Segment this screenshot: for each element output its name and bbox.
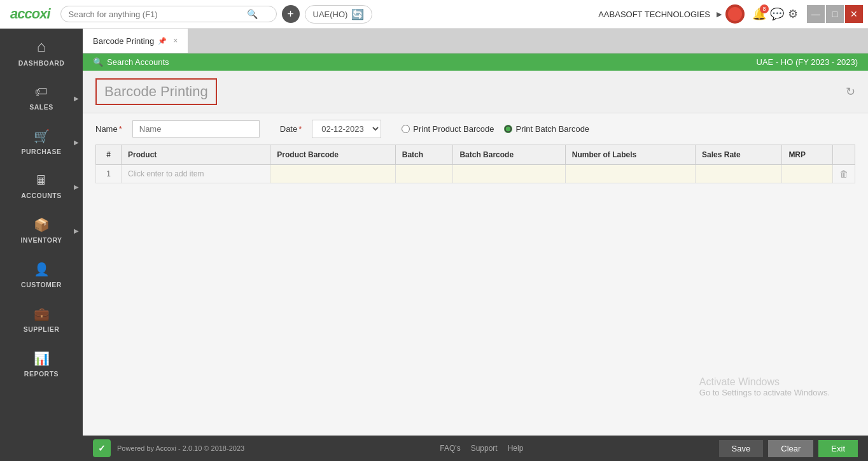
sales-icon: 🏷 [35,85,48,99]
sidebar-item-dashboard[interactable]: ⌂ DASHBOARD [0,29,83,76]
sidebar-item-supplier[interactable]: 💼 SUPPLIER [0,297,83,342]
radio-product-barcode-label[interactable]: Print Product Barcode [402,124,494,134]
watermark-line1: Activate Windows [699,376,830,388]
sidebar-label-purchase: PURCHASE [22,148,62,155]
dashboard-icon: ⌂ [37,38,46,55]
date-select[interactable]: 02-12-2023 [312,120,381,138]
tab-pin-icon: 📌 [158,37,167,45]
col-num-labels: Number of Labels [565,145,695,165]
date-label: Date* [280,124,302,134]
delete-row-button[interactable]: 🗑 [839,169,848,179]
add-button[interactable]: + [282,5,300,23]
col-product: Product [122,145,270,165]
minimize-button[interactable]: — [807,5,825,23]
watermark: Activate Windows Go to Settings to activ… [699,376,830,397]
purchase-icon: 🛒 [34,129,50,144]
avatar[interactable] [725,4,745,24]
row-product[interactable]: Click enter to add item [122,165,270,183]
watermark-line2: Go to Settings to activate Windows. [699,388,830,397]
col-batch: Batch [395,145,453,165]
avatar-inner [728,7,742,21]
footer-support-link[interactable]: Support [471,444,498,453]
tab-close-button[interactable]: × [173,36,178,45]
row-batch[interactable] [395,165,453,183]
footer-faq-link[interactable]: FAQ's [440,444,460,453]
row-delete[interactable]: 🗑 [833,165,855,183]
form-row: Name* Date* 02-12-2023 Print Product Bar… [83,113,868,145]
accounts-icon: 🖩 [35,173,48,188]
sidebar: ⌂ DASHBOARD 🏷 SALES ▶ 🛒 PURCHASE ▶ 🖩 ACC… [0,29,83,461]
clear-button[interactable]: Clear [768,440,813,457]
sidebar-item-inventory[interactable]: 📦 INVENTORY ▶ [0,208,83,253]
sidebar-item-purchase[interactable]: 🛒 PURCHASE ▶ [0,120,83,164]
radio-product-barcode-text: Print Product Barcode [413,124,494,134]
col-num: # [96,145,122,165]
row-batch-barcode[interactable] [453,165,565,183]
tab-bar: Barcode Printing 📌 × [83,29,868,53]
notifications-icon[interactable]: 🔔 8 [752,7,766,21]
supplier-icon: 💼 [34,306,50,322]
sidebar-item-reports[interactable]: 📊 REPORTS [0,342,83,387]
page-title: Barcode Printing [104,83,208,99]
reload-icon[interactable]: ↻ [846,85,855,99]
footer-logo-icon: ✓ [98,443,106,453]
settings-icon[interactable]: ⚙ [788,7,798,21]
page-header: Barcode Printing ↻ [83,71,868,113]
sidebar-item-accounts[interactable]: 🖩 ACCOUNTS ▶ [0,164,83,208]
save-button[interactable]: Save [719,440,764,457]
company-selector-text: UAE(HO) [313,10,348,19]
search-icon[interactable]: 🔍 [247,9,258,19]
customer-icon: 👤 [34,262,50,277]
col-batch-barcode: Batch Barcode [453,145,565,165]
name-label: Name* [95,124,122,134]
footer-buttons: Save Clear Exit [719,440,858,457]
sidebar-label-reports: REPORTS [24,370,59,378]
top-right-controls: AABASOFT TECHNOLOGIES ▶ 🔔 8 💬 ⚙ — □ ✕ [598,4,863,24]
radio-batch-barcode[interactable] [504,125,512,133]
barcode-table: # Product Product Barcode Batch Batch Ba… [95,145,855,183]
purchase-arrow-icon: ▶ [74,139,79,146]
row-product-barcode[interactable] [270,165,395,183]
sales-arrow-icon: ▶ [74,94,79,101]
user-menu-arrow[interactable]: ▶ [717,10,722,18]
barcode-type-radio-group: Print Product Barcode Print Batch Barcod… [402,124,589,134]
tab-barcode-printing[interactable]: Barcode Printing 📌 × [83,29,188,53]
search-accounts-button[interactable]: 🔍 Search Accounts [93,57,169,67]
radio-product-barcode[interactable] [402,125,410,133]
company-info: UAE - HO (FY 2023 - 2023) [757,57,858,67]
col-actions [833,145,855,165]
search-bar[interactable]: 🔍 [60,6,277,22]
col-product-barcode: Product Barcode [270,145,395,165]
search-input[interactable] [69,10,247,19]
sidebar-label-sales: SALES [29,103,53,111]
search-accounts-icon: 🔍 [93,57,103,67]
sidebar-item-customer[interactable]: 👤 CUSTOMER [0,253,83,297]
exit-button[interactable]: Exit [818,440,858,457]
radio-batch-barcode-label[interactable]: Print Batch Barcode [504,124,589,134]
name-input[interactable] [132,120,260,138]
footer-help-link[interactable]: Help [508,444,524,453]
row-num: 1 [96,165,122,183]
row-mrp[interactable] [782,165,833,183]
add-item-text: Click enter to add item [128,169,204,178]
close-button[interactable]: ✕ [845,5,863,23]
row-sales-rate[interactable] [696,165,782,183]
sidebar-label-customer: CUSTOMER [21,281,62,288]
search-accounts-label: Search Accounts [107,57,169,67]
app-logo: accoxi [5,6,55,22]
window-controls: — □ ✕ [807,5,863,23]
inventory-arrow-icon: ▶ [74,227,79,234]
sidebar-item-sales[interactable]: 🏷 SALES ▶ [0,76,83,120]
footer: ✓ Powered by Accoxi - 2.0.10 © 2018-2023… [83,436,868,461]
top-bar: accoxi 🔍 + UAE(HO) 🔄 AABASOFT TECHNOLOGI… [0,0,868,29]
table-area: # Product Product Barcode Batch Batch Ba… [83,145,868,297]
reports-icon: 📊 [34,351,50,366]
sidebar-label-accounts: ACCOUNTS [21,192,62,199]
refresh-icon[interactable]: 🔄 [351,8,364,20]
page-title-box: Barcode Printing [95,78,217,105]
green-toolbar: 🔍 Search Accounts UAE - HO (FY 2023 - 20… [83,53,868,71]
company-selector[interactable]: UAE(HO) 🔄 [305,5,373,24]
maximize-button[interactable]: □ [826,5,844,23]
messages-icon[interactable]: 💬 [770,7,784,21]
row-num-labels[interactable] [565,165,695,183]
